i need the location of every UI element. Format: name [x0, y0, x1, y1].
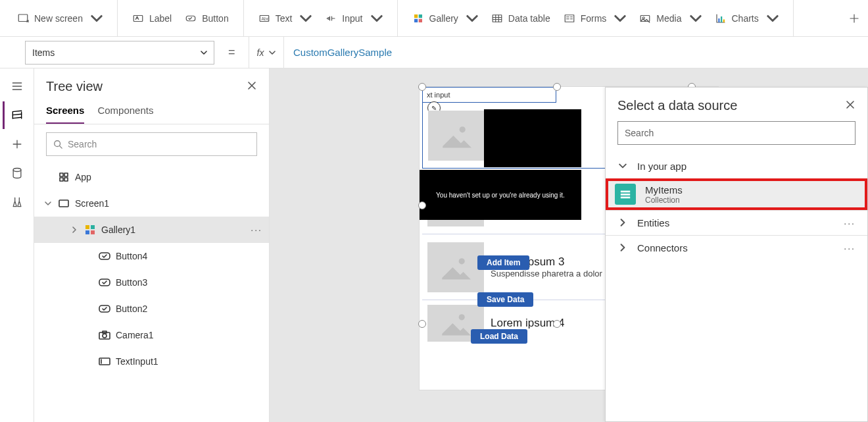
svg-rect-40: [621, 191, 630, 193]
insert-input-button[interactable]: Input: [318, 5, 389, 32]
fx-button[interactable]: fx: [249, 37, 284, 68]
svg-rect-26: [91, 225, 95, 229]
svg-point-33: [103, 334, 107, 338]
tree-node-app[interactable]: App: [34, 164, 269, 190]
chevron-down-icon: [43, 200, 53, 207]
rail-hamburger[interactable]: [3, 72, 32, 100]
insert-button-button[interactable]: Button: [178, 5, 235, 32]
tree-node-button2[interactable]: Button2: [34, 296, 269, 322]
formula-value: CustomGallerySample: [293, 47, 392, 58]
app-icon: [58, 171, 70, 183]
close-icon[interactable]: [247, 80, 257, 93]
resize-handle[interactable]: [553, 320, 561, 328]
resize-handle[interactable]: [418, 201, 426, 209]
search-icon: [53, 140, 62, 149]
resize-handle[interactable]: [553, 83, 561, 91]
canvas-button-load[interactable]: Load Data: [471, 329, 527, 344]
property-selector[interactable]: Items: [25, 41, 214, 65]
new-screen-button[interactable]: New screen: [11, 5, 109, 32]
insert-text-text: Text: [276, 13, 293, 24]
section-more[interactable]: ···: [844, 218, 856, 228]
tree-view-title: Tree view: [46, 79, 103, 94]
svg-rect-28: [91, 230, 95, 234]
svg-rect-10: [418, 18, 422, 22]
insert-media-text: Media: [656, 13, 681, 24]
chevron-down-icon: [614, 13, 626, 24]
insert-input-text: Input: [342, 13, 362, 24]
insert-gallery-button[interactable]: Gallery: [406, 5, 485, 32]
insert-charts-text: Charts: [732, 13, 759, 24]
insert-label-button[interactable]: Label: [126, 5, 178, 32]
insert-media-button[interactable]: Media: [633, 5, 708, 32]
svg-text:Abc: Abc: [261, 16, 269, 21]
svg-rect-11: [493, 14, 502, 22]
rail-insert[interactable]: [3, 130, 32, 158]
svg-rect-20: [60, 173, 63, 176]
ds-section-entities[interactable]: Entities ···: [606, 211, 867, 235]
button-icon: [99, 277, 110, 288]
canvas-area: xt input ✎ Lorem ipsum 1 sit amet, ›: [270, 68, 868, 422]
ds-item-title: MyItems: [645, 184, 683, 196]
formula-input[interactable]: CustomGallerySample: [284, 37, 868, 68]
new-screen-label: New screen: [34, 13, 83, 24]
svg-rect-7: [414, 14, 418, 18]
chevron-down-icon: [466, 13, 478, 24]
svg-rect-23: [64, 178, 68, 181]
svg-rect-16: [721, 16, 722, 22]
ds-section-label: Connectors: [637, 242, 688, 253]
rail-tree-view[interactable]: [3, 101, 32, 129]
fx-label: fx: [257, 47, 264, 58]
data-source-search[interactable]: Search: [617, 121, 856, 145]
chevron-down-icon: [371, 13, 383, 24]
tree-search-placeholder: Search: [68, 139, 97, 149]
insert-datatable-button[interactable]: Data table: [485, 5, 557, 32]
rail-data[interactable]: [3, 159, 32, 187]
resize-handle[interactable]: [418, 83, 426, 91]
tree-node-screen1[interactable]: Screen1: [34, 190, 269, 217]
insert-text-button[interactable]: Abc Text: [252, 5, 319, 32]
tree-node-label: Button3: [116, 277, 147, 288]
tree-node-label: App: [75, 172, 91, 182]
ds-item-myitems[interactable]: MyItems Collection: [606, 178, 867, 210]
rail-tools[interactable]: [3, 188, 32, 216]
insert-button-text: Button: [202, 13, 228, 24]
tree-node-label: Button4: [116, 251, 147, 261]
tree-node-more[interactable]: ···: [251, 224, 262, 235]
tree-node-button4[interactable]: Button4: [34, 243, 269, 269]
tab-screens[interactable]: Screens: [46, 101, 84, 124]
chevron-down-icon: [300, 13, 312, 24]
property-selector-value: Items: [32, 47, 55, 58]
tree-node-label: TextInput1: [116, 356, 158, 367]
resize-handle[interactable]: [418, 320, 426, 328]
tree-node-gallery1[interactable]: Gallery1 ···: [34, 217, 269, 243]
insert-forms-text: Forms: [581, 13, 607, 24]
tree-search-input[interactable]: Search: [46, 132, 257, 156]
tree-node-textinput1[interactable]: TextInput1: [34, 348, 269, 375]
svg-rect-22: [60, 178, 63, 181]
ribbon-overflow-button[interactable]: [846, 5, 863, 32]
svg-rect-42: [621, 197, 630, 199]
button-icon: [99, 250, 110, 262]
screen-icon: [58, 198, 70, 209]
section-more[interactable]: ···: [844, 243, 856, 253]
tree-node-button3[interactable]: Button3: [34, 269, 269, 296]
ds-section-in-your-app[interactable]: In your app: [606, 154, 867, 178]
tree-node-camera1[interactable]: Camera1: [34, 322, 269, 348]
svg-rect-9: [414, 18, 418, 22]
equals-label: =: [214, 45, 249, 59]
svg-rect-0: [18, 14, 28, 22]
close-icon[interactable]: [845, 99, 856, 112]
gallery-icon: [84, 224, 96, 236]
textinput-icon: [99, 356, 110, 367]
chevron-down-icon: [617, 161, 628, 172]
insert-forms-button[interactable]: Forms: [557, 5, 633, 32]
formula-bar: Items = fx CustomGallerySample: [0, 37, 868, 68]
svg-rect-17: [723, 19, 724, 22]
tab-components[interactable]: Components: [97, 101, 153, 124]
svg-rect-41: [621, 194, 630, 196]
chevron-right-icon: [617, 218, 628, 228]
chevron-down-icon: [201, 49, 207, 56]
insert-charts-button[interactable]: Charts: [708, 5, 785, 32]
chevron-right-icon: [70, 226, 79, 233]
ds-section-connectors[interactable]: Connectors ···: [606, 236, 867, 260]
